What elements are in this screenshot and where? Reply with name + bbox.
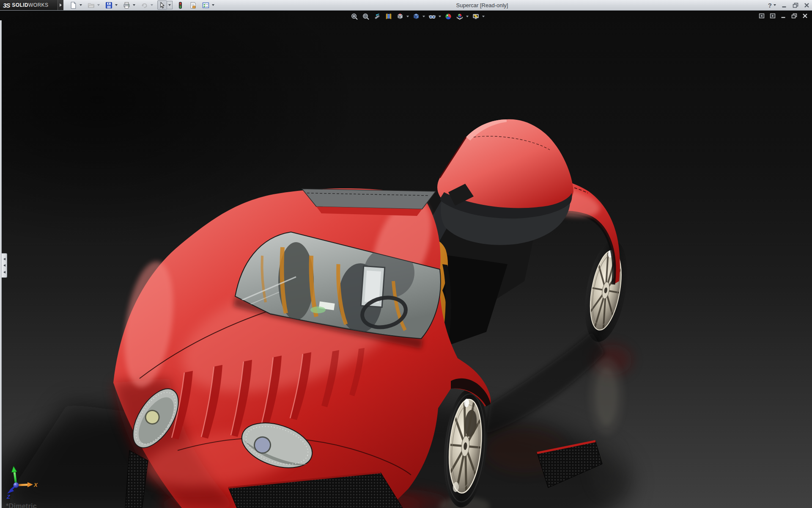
undo-button[interactable] <box>140 0 149 10</box>
hide-show-items-button[interactable] <box>428 12 436 21</box>
close-button[interactable] <box>804 3 809 8</box>
help-icon: ? <box>768 2 772 9</box>
chevron-down-icon <box>774 4 776 6</box>
view-orientation-button[interactable] <box>396 12 404 21</box>
close-icon <box>804 3 809 8</box>
chevron-down-icon <box>115 4 118 6</box>
solidworks-logo: 3S SOLIDWORKS <box>0 0 58 10</box>
rear-wheel <box>578 237 634 345</box>
apply-scene-icon <box>456 13 464 20</box>
save-dropdown[interactable] <box>114 1 119 9</box>
rebuild-traffic-light-icon <box>177 2 184 9</box>
appearance-sphere-icon <box>444 13 452 20</box>
file-properties-icon <box>189 2 197 9</box>
headsup-view-toolbar <box>350 12 485 21</box>
open-button[interactable] <box>86 0 96 10</box>
edit-appearance-button[interactable] <box>444 12 453 21</box>
undo-dropdown[interactable] <box>149 1 154 9</box>
pane-toggle-left-button[interactable] <box>759 13 765 19</box>
apply-scene-button[interactable] <box>455 12 464 21</box>
triad-origin-icon <box>14 483 19 488</box>
chevron-down-icon <box>80 4 82 6</box>
window-title: Supercar [Read-only] <box>456 2 508 8</box>
flyout-arrow-icon <box>60 3 62 7</box>
apply-scene-dropdown[interactable] <box>466 16 469 17</box>
save-button[interactable] <box>104 0 114 10</box>
chevron-down-icon <box>151 4 153 6</box>
pane-toggle-right-icon <box>770 13 776 19</box>
collapse-arrow-icon <box>3 264 5 267</box>
select-tool-dropdown[interactable] <box>167 1 173 9</box>
options-button[interactable] <box>201 0 211 10</box>
view-settings-monitor-icon <box>472 13 480 20</box>
chevron-down-icon <box>97 4 100 6</box>
options-dropdown[interactable] <box>211 1 216 9</box>
menu-flyout-button[interactable] <box>58 0 63 10</box>
minimize-icon <box>781 13 786 19</box>
previous-view-button[interactable] <box>373 12 381 21</box>
zoom-to-area-icon <box>362 13 370 20</box>
open-dropdown[interactable] <box>96 1 101 9</box>
hide-show-items-dropdown[interactable] <box>439 16 441 17</box>
options-checklist-icon <box>202 2 209 9</box>
document-restore-button[interactable] <box>791 13 797 19</box>
titlebar-controls: ? <box>768 0 809 10</box>
roof-panel <box>302 189 436 216</box>
print-icon <box>123 2 130 9</box>
triad-z-label: Z <box>6 494 11 500</box>
print-dropdown[interactable] <box>132 1 137 9</box>
file-properties-button[interactable] <box>188 0 198 10</box>
pane-toggle-left-icon <box>759 13 765 19</box>
main-toolbar <box>69 0 217 10</box>
zoom-to-fit-icon <box>351 13 358 20</box>
select-tool-button[interactable] <box>157 0 167 10</box>
document-window-controls <box>759 13 808 19</box>
previous-view-icon <box>373 13 381 20</box>
open-door <box>437 119 573 245</box>
restore-icon <box>793 3 798 8</box>
display-style-dropdown[interactable] <box>422 16 425 17</box>
display-style-button[interactable] <box>412 12 420 21</box>
minimize-button[interactable] <box>782 3 787 8</box>
chevron-down-icon <box>133 4 135 6</box>
car-model-render[interactable] <box>0 10 812 508</box>
new-document-icon <box>70 2 77 9</box>
new-document-button[interactable] <box>69 0 78 10</box>
3ds-logo-icon: 3S <box>3 2 10 9</box>
chevron-down-icon <box>212 4 214 6</box>
new-document-dropdown[interactable] <box>78 1 83 9</box>
restore-button[interactable] <box>793 3 798 8</box>
document-minimize-button[interactable] <box>781 13 786 19</box>
pane-toggle-right-button[interactable] <box>770 13 776 19</box>
featuremanager-collapsed-tab[interactable] <box>2 253 7 278</box>
undo-arrow-icon <box>141 2 148 9</box>
close-icon <box>802 13 808 19</box>
view-settings-dropdown[interactable] <box>482 16 485 17</box>
collapse-arrow-icon <box>3 258 5 260</box>
reference-triad: X Z <box>6 464 41 500</box>
view-orientation-cube-icon <box>396 13 404 20</box>
minimize-icon <box>782 3 787 8</box>
save-floppy-icon <box>105 2 112 9</box>
section-view-button[interactable] <box>384 12 393 21</box>
x-axis-icon <box>27 482 33 487</box>
collapse-arrow-icon <box>3 271 5 273</box>
triad-x-label: X <box>33 482 38 488</box>
section-view-icon <box>385 13 392 20</box>
select-cursor-icon <box>159 2 166 9</box>
restore-icon <box>791 13 797 19</box>
document-close-button[interactable] <box>802 13 808 19</box>
eyeglasses-icon <box>428 13 436 20</box>
zoom-to-area-button[interactable] <box>362 12 370 21</box>
open-folder-icon <box>88 2 95 9</box>
help-button[interactable]: ? <box>768 2 776 9</box>
print-button[interactable] <box>122 0 132 10</box>
y-axis-icon <box>11 466 17 472</box>
zoom-to-fit-button[interactable] <box>350 12 359 21</box>
view-orientation-label: *Dimetric <box>6 502 37 508</box>
view-settings-button[interactable] <box>472 12 480 21</box>
graphics-area[interactable]: X Z *Dimetric <box>0 10 812 508</box>
rebuild-button[interactable] <box>176 0 185 10</box>
view-orientation-dropdown[interactable] <box>406 16 409 17</box>
chevron-down-icon <box>168 4 171 6</box>
